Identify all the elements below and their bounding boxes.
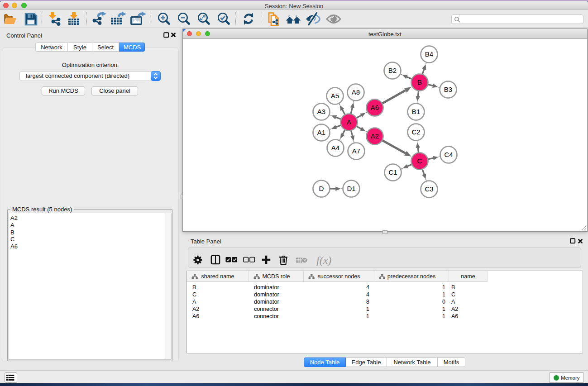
svg-text:A1: A1 [317,129,325,136]
svg-text:A: A [347,118,351,126]
svg-text:C4: C4 [444,151,453,158]
svg-text:A5: A5 [331,92,339,100]
svg-text:A4: A4 [331,144,339,152]
svg-text:B2: B2 [388,67,397,74]
svg-text:C3: C3 [425,185,433,193]
svg-text:A8: A8 [352,88,360,96]
svg-text:B: B [417,78,422,86]
svg-text:A7: A7 [352,147,360,155]
svg-text:B4: B4 [425,50,433,58]
svg-text:A3: A3 [317,108,325,115]
svg-text:C: C [417,157,422,165]
svg-text:A6: A6 [371,104,379,111]
svg-text:A2: A2 [371,132,379,140]
svg-text:C1: C1 [388,168,397,176]
svg-text:D: D [319,185,324,192]
svg-text:D1: D1 [347,185,355,192]
svg-text:B1: B1 [412,108,420,115]
svg-text:C2: C2 [411,128,420,136]
svg-text:B3: B3 [444,86,452,93]
